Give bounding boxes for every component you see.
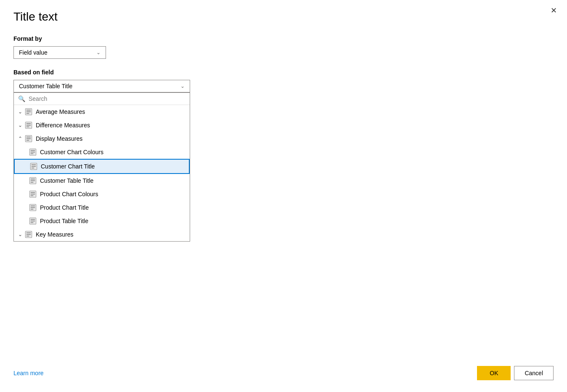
item-label: Product Chart Title bbox=[40, 204, 89, 211]
list-item[interactable]: Product Chart Title bbox=[14, 201, 190, 214]
ok-button[interactable]: OK bbox=[477, 366, 511, 380]
item-label: Customer Table Title bbox=[40, 177, 93, 184]
list-item[interactable]: ⌄ Key Measures bbox=[14, 228, 190, 241]
calc-icon bbox=[29, 217, 37, 225]
cancel-button[interactable]: Cancel bbox=[514, 366, 554, 380]
list-item[interactable]: ⌄ Difference Measures bbox=[14, 118, 190, 132]
list-item[interactable]: Product Chart Colours bbox=[14, 187, 190, 201]
format-by-dropdown[interactable]: Field value ⌄ bbox=[13, 46, 106, 59]
search-input[interactable] bbox=[29, 95, 185, 102]
list-content: ⌄ Average Measures bbox=[14, 105, 190, 241]
field-dropdown-trigger[interactable]: Customer Table Title ⌄ bbox=[13, 80, 190, 92]
calc-icon bbox=[25, 121, 32, 129]
field-dropdown-container: Customer Table Title ⌄ 🔍 ⌄ bbox=[13, 80, 554, 242]
dialog-title: Title text bbox=[13, 10, 554, 24]
calc-icon bbox=[29, 204, 37, 211]
title-text-dialog: ✕ Title text Format by Field value ⌄ Bas… bbox=[0, 0, 567, 392]
item-label: Customer Chart Title bbox=[41, 163, 95, 170]
close-button[interactable]: ✕ bbox=[547, 5, 560, 16]
calc-icon bbox=[25, 135, 32, 142]
item-label: Product Table Title bbox=[40, 218, 88, 224]
format-by-section: Format by Field value ⌄ bbox=[13, 35, 554, 59]
toggle-icon: ⌄ bbox=[18, 109, 22, 115]
search-icon: 🔍 bbox=[18, 95, 25, 102]
field-dropdown-value: Customer Table Title bbox=[19, 83, 72, 89]
list-item[interactable]: Product Table Title bbox=[14, 214, 190, 228]
item-label: Customer Chart Colours bbox=[40, 149, 103, 155]
group-label: Average Measures bbox=[36, 108, 85, 115]
calc-icon bbox=[25, 231, 32, 238]
toggle-icon: ⌄ bbox=[18, 232, 22, 237]
toggle-icon: ⌄ bbox=[18, 122, 22, 128]
footer-buttons: OK Cancel bbox=[477, 366, 554, 380]
calc-icon bbox=[29, 177, 37, 184]
list-item[interactable]: Customer Chart Title bbox=[14, 159, 190, 174]
format-by-label: Format by bbox=[13, 35, 554, 42]
chevron-down-icon: ⌄ bbox=[180, 83, 185, 89]
calc-icon bbox=[29, 190, 37, 198]
field-dropdown-list: 🔍 ⌄ bbox=[13, 92, 190, 242]
list-item[interactable]: ⌄ Average Measures bbox=[14, 105, 190, 118]
list-item[interactable]: Customer Chart Colours bbox=[14, 145, 190, 159]
calc-icon bbox=[25, 108, 32, 116]
chevron-down-icon: ⌄ bbox=[96, 50, 101, 55]
learn-more-link[interactable]: Learn more bbox=[13, 370, 44, 376]
item-label: Product Chart Colours bbox=[40, 191, 98, 197]
format-by-value: Field value bbox=[19, 49, 48, 56]
group-label: Difference Measures bbox=[36, 122, 90, 129]
toggle-icon: ⌃ bbox=[18, 136, 22, 142]
dialog-footer: Learn more OK Cancel bbox=[13, 366, 554, 380]
calc-icon bbox=[29, 148, 37, 156]
list-item[interactable]: ⌃ Display Measures bbox=[14, 132, 190, 145]
search-row: 🔍 bbox=[14, 93, 190, 105]
group-label: Key Measures bbox=[36, 231, 73, 238]
based-on-section: Based on field Customer Table Title ⌄ 🔍 … bbox=[13, 69, 554, 242]
based-on-label: Based on field bbox=[13, 69, 554, 76]
calc-icon bbox=[30, 163, 37, 170]
group-label: Display Measures bbox=[36, 135, 82, 142]
list-item[interactable]: Customer Table Title bbox=[14, 174, 190, 187]
